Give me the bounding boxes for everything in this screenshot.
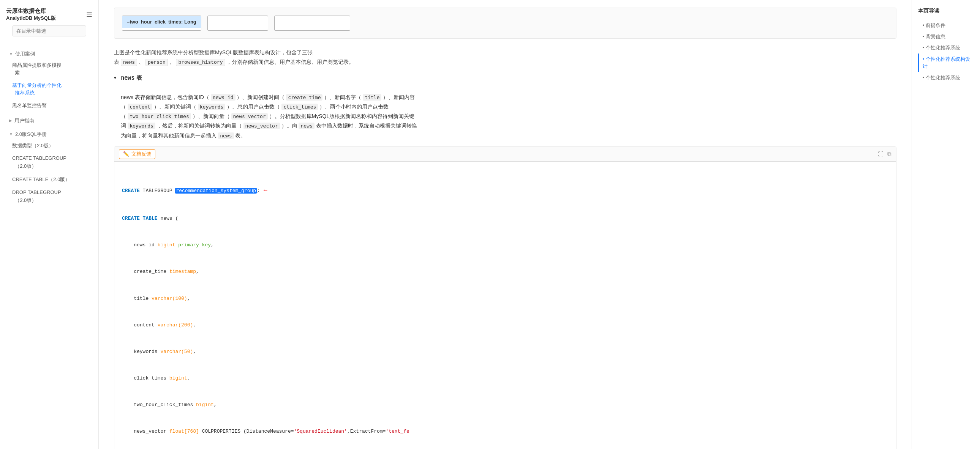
- kw-table: TABLE: [140, 216, 158, 221]
- sidebar-item-blacklist[interactable]: 黑名单监控告警: [0, 99, 99, 112]
- code-browses-history: browses_history: [176, 59, 225, 66]
- toc-item-personalized-impl[interactable]: • 个性化推荐系统: [918, 72, 974, 84]
- section-toggle-use-cases: [9, 52, 13, 56]
- code-news2: news: [299, 122, 314, 129]
- copy-icon[interactable]: ⧉: [887, 151, 891, 157]
- news-table-title: news: [121, 75, 134, 81]
- sidebar-nav: 使用案例 商品属性提取和多模搜 索 → 基于向量分析的个性化 推荐系统 黑名单监…: [0, 45, 99, 449]
- code-block-wrapper: ✏️ 文档反馈 ⛶ ⧉ CREATE TABLEGROUP recommenda…: [114, 146, 896, 449]
- code-keywords2: keywords: [127, 122, 155, 129]
- type-float: float[768]: [169, 428, 199, 434]
- red-arrow-icon: ←: [264, 187, 267, 194]
- schema-diagram: –two_hour_click_times: Long: [114, 8, 896, 39]
- news-table-label: 表: [134, 75, 142, 81]
- code-toolbar: ✏️ 文档反馈 ⛶ ⧉: [115, 147, 896, 162]
- code-title: title: [363, 94, 381, 101]
- kw-tablegroup-1: TABLEGROUP: [140, 188, 175, 194]
- sidebar-item-create-tablegroup[interactable]: CREATE TABLEGROUP （2.0版）: [0, 152, 99, 173]
- comma-2: ,: [196, 269, 199, 274]
- highlighted-tablegroup-name: recommendation_system_group: [175, 188, 257, 194]
- kw-primary-key-1: primary key: [178, 242, 211, 248]
- feedback-label: 文档反馈: [131, 151, 151, 157]
- type-timestamp: timestamp: [169, 269, 196, 274]
- section-label-use-cases: 使用案例: [15, 51, 35, 57]
- news-table-content: news 表 news 表存储新闻信息，包含新闻ID（ news_id ）、新闻…: [121, 73, 417, 140]
- nav-section-sql-manual[interactable]: 2.0版SQL手册: [0, 128, 99, 139]
- code-news-id: news_id: [211, 94, 235, 101]
- code-line-10: news_vector float[768] COLPROPERTIES (Di…: [122, 427, 888, 436]
- type-varchar-200: varchar(200): [158, 322, 193, 328]
- code-line-3: news_id bigint primary key,: [122, 241, 888, 249]
- diagram-table-news: –two_hour_click_times: Long: [122, 16, 201, 31]
- table-header: –two_hour_click_times: Long: [123, 16, 201, 28]
- comma-7: ,: [214, 402, 217, 408]
- edit-icon: ✏️: [123, 151, 129, 157]
- news-table-section: • news 表 news 表存储新闻信息，包含新闻ID（ news_id ）、…: [114, 73, 896, 140]
- diagram-table-person: [207, 16, 268, 31]
- comma-4: ,: [193, 322, 196, 328]
- doc-feedback-button[interactable]: ✏️ 文档反馈: [119, 149, 155, 159]
- kw-news: news (: [158, 216, 178, 221]
- code-line-9: two_hour_click_times bigint,: [122, 400, 888, 409]
- sidebar: 云原生数据仓库 AnalyticDB MySQL版 ☰ 使用案例 商品属性提取和…: [0, 0, 99, 449]
- expand-icon[interactable]: ⛶: [878, 151, 883, 157]
- code-news: news: [121, 59, 137, 66]
- code-news-vector2: news_vector: [243, 122, 280, 129]
- code-line-1: CREATE TABLEGROUP recommendation_system_…: [122, 185, 888, 196]
- sidebar-item-drop-tablegroup[interactable]: DROP TABLEGROUP （2.0版）: [0, 186, 99, 207]
- type-varchar-100: varchar(100): [151, 296, 187, 301]
- val-text-fe: 'text_fe: [385, 428, 409, 434]
- diagram-table-browses: [274, 16, 350, 31]
- code-line-2: CREATE TABLE news (: [122, 214, 888, 223]
- bullet-dot-icon: •: [114, 74, 116, 82]
- sidebar-item-vector-recommend[interactable]: → 基于向量分析的个性化 推荐系统: [0, 79, 99, 99]
- comma-6: ,: [187, 375, 190, 381]
- type-bigint-1: bigint: [158, 242, 175, 248]
- code-copy-icons: ⛶ ⧉: [878, 151, 891, 157]
- field-create-time: create_time: [122, 269, 169, 274]
- nav-section-user-guide[interactable]: 用户指南: [0, 114, 99, 125]
- field-content: content: [122, 322, 158, 328]
- sidebar-search-input[interactable]: [12, 25, 86, 36]
- toc-title: 本页导读: [918, 8, 974, 14]
- code-line-7: keywords varchar(50),: [122, 347, 888, 356]
- intro-paragraph: 上图是个性化新闻推荐系统中分析型数据库MySQL版数据库表结构设计，包含了三张 …: [114, 48, 896, 67]
- code-create-time: create_time: [286, 94, 323, 101]
- code-content: content: [127, 104, 152, 110]
- code-line-5: title varchar(100),: [122, 294, 888, 303]
- logo-line2: AnalyticDB MySQL版: [6, 15, 56, 22]
- sidebar-header: 云原生数据仓库 AnalyticDB MySQL版 ☰: [0, 0, 99, 45]
- toc-item-personalized-sys[interactable]: • 个性化推荐系统: [918, 42, 974, 54]
- section-label-user-guide: 用户指南: [14, 117, 34, 124]
- type-varchar-50: varchar(50): [160, 349, 193, 354]
- section-toggle-user-guide: [9, 118, 12, 122]
- sidebar-item-goods-attr[interactable]: 商品属性提取和多模搜 索: [0, 59, 99, 79]
- comma-3: ,: [187, 296, 190, 301]
- hamburger-icon[interactable]: ☰: [86, 10, 92, 19]
- sidebar-item-data-types[interactable]: 数据类型（2.0版）: [0, 139, 99, 152]
- comma-1: ,: [211, 242, 214, 248]
- code-line-8: click_times bigint,: [122, 374, 888, 382]
- comma-5: ,: [193, 349, 196, 354]
- toc-item-background[interactable]: • 背景信息: [918, 31, 974, 43]
- nav-section-use-cases[interactable]: 使用案例: [0, 48, 99, 59]
- extractfrom: ,ExtractFrom=: [347, 428, 385, 434]
- toc-item-personalized-design[interactable]: • 个性化推荐系统构设计: [918, 54, 974, 72]
- code-line-6: content varchar(200),: [122, 321, 888, 330]
- val-squaredeuclidean: 'SquaredEuclidean': [294, 428, 347, 434]
- type-bigint-3: bigint: [196, 402, 214, 408]
- kw-create-1: CREATE: [122, 188, 140, 194]
- sidebar-item-create-table[interactable]: CREATE TABLE（2.0版）: [0, 173, 99, 186]
- main-content: –two_hour_click_times: Long 上图是个性化新闻推荐系统…: [99, 0, 912, 449]
- field-two-hour: two_hour_click_times: [122, 402, 196, 408]
- code-line-4: create_time timestamp,: [122, 267, 888, 276]
- colprops: COLPROPERTIES (DistanceMeasure=: [199, 428, 294, 434]
- code-two-hour: two_hour_click_times: [127, 113, 191, 119]
- field-title: title: [122, 296, 151, 301]
- logo: 云原生数据仓库 AnalyticDB MySQL版: [6, 7, 56, 22]
- toc-item-prereq[interactable]: • 前提条件: [918, 20, 974, 31]
- kw-create-2: CREATE: [122, 216, 140, 221]
- code-person: person: [145, 59, 168, 66]
- field-news-vector: news_vector: [122, 428, 169, 434]
- section-label-sql-manual: 2.0版SQL手册: [15, 131, 47, 138]
